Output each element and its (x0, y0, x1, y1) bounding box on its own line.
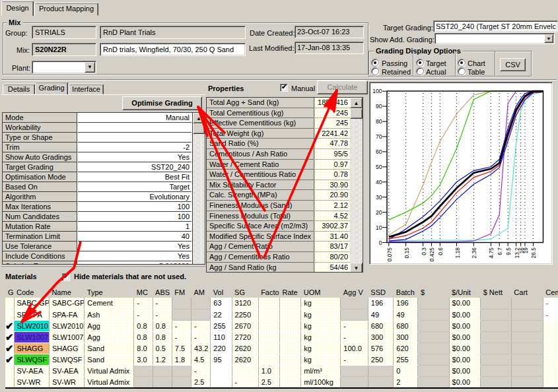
svg-text:20: 20 (376, 209, 382, 216)
svg-text:30: 30 (376, 194, 382, 201)
svg-text:40: 40 (376, 179, 382, 185)
svg-text:2.36: 2.36 (471, 247, 477, 259)
svg-text:9.5: 9.5 (505, 247, 512, 255)
svg-text:0: 0 (379, 240, 382, 246)
svg-text:0.425: 0.425 (429, 247, 435, 262)
svg-text:60: 60 (376, 148, 382, 155)
svg-text:100: 100 (372, 88, 382, 94)
svg-text:70: 70 (376, 133, 382, 140)
svg-text:26.5: 26.5 (530, 247, 537, 259)
svg-text:0.15: 0.15 (403, 247, 410, 259)
svg-text:10: 10 (376, 224, 382, 231)
svg-text:80: 80 (376, 118, 382, 125)
svg-text:0.075: 0.075 (386, 247, 393, 262)
svg-text:1.18: 1.18 (454, 247, 461, 259)
svg-text:0.3: 0.3 (421, 247, 427, 255)
svg-text:6.7: 6.7 (497, 247, 503, 255)
svg-text:4.75: 4.75 (488, 247, 495, 259)
svg-text:50: 50 (376, 164, 382, 170)
svg-text:90: 90 (376, 103, 382, 110)
svg-text:0.6: 0.6 (437, 247, 444, 255)
svg-text:19: 19 (522, 247, 529, 254)
